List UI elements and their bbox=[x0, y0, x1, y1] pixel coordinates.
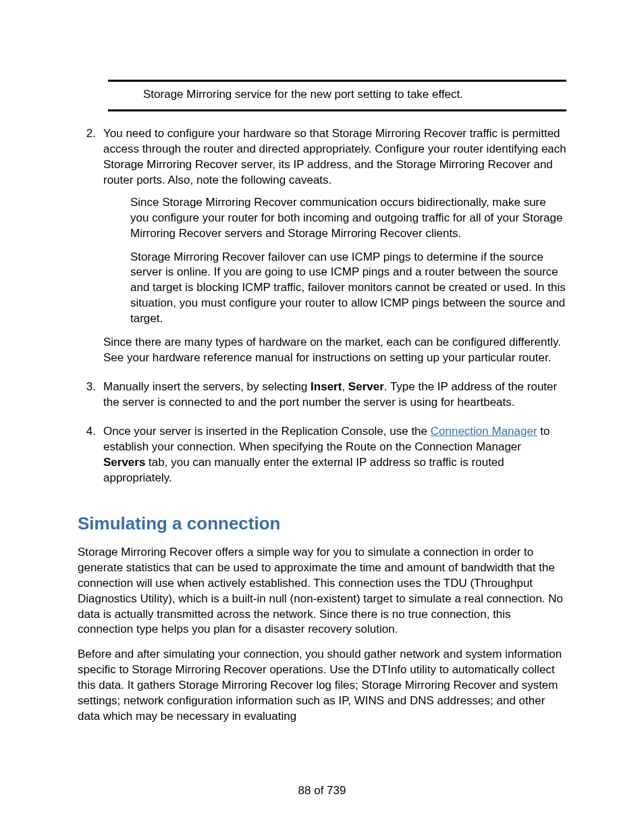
link-connection-manager[interactable]: Connection Manager bbox=[431, 425, 537, 438]
list-marker: 4. bbox=[78, 424, 103, 493]
list-body: Manually insert the servers, by selectin… bbox=[103, 380, 566, 417]
text-run: Once your server is inserted in the Repl… bbox=[103, 425, 431, 438]
bold-term-insert: Insert bbox=[311, 380, 342, 393]
list-marker: 3. bbox=[78, 380, 103, 417]
list-item-4: 4. Once your server is inserted in the R… bbox=[78, 424, 566, 493]
text-run: , bbox=[342, 380, 348, 393]
text-run: Manually insert the servers, by selectin… bbox=[103, 380, 311, 393]
page-content: Storage Mirroring service for the new po… bbox=[78, 0, 566, 725]
list-item-2: 2. You need to configure your hardware s… bbox=[78, 126, 566, 373]
section-heading-simulating: Simulating a connection bbox=[78, 512, 566, 536]
bold-term-servers: Servers bbox=[103, 456, 145, 469]
indented-block: Since Storage Mirroring Recover communic… bbox=[103, 195, 566, 328]
boxed-note-text: Storage Mirroring service for the new po… bbox=[143, 88, 463, 101]
text-run: tab, you can manually enter the external… bbox=[103, 456, 504, 484]
list-marker: 2. bbox=[78, 126, 103, 373]
list-body: You need to configure your hardware so t… bbox=[103, 126, 566, 373]
page-number: 88 of 739 bbox=[298, 784, 346, 797]
boxed-note: Storage Mirroring service for the new po… bbox=[108, 80, 566, 111]
body-paragraph: Storage Mirroring Recover offers a simpl… bbox=[78, 545, 566, 638]
document-page: Storage Mirroring service for the new po… bbox=[0, 0, 644, 834]
list-paragraph: Manually insert the servers, by selectin… bbox=[103, 380, 566, 411]
body-paragraph: Before and after simulating your connect… bbox=[78, 647, 566, 725]
list-paragraph: Once your server is inserted in the Repl… bbox=[103, 424, 566, 486]
sub-paragraph: Since Storage Mirroring Recover communic… bbox=[130, 195, 566, 242]
bold-term-server: Server bbox=[348, 380, 384, 393]
list-paragraph: You need to configure your hardware so t… bbox=[103, 126, 566, 188]
list-paragraph: Since there are many types of hardware o… bbox=[103, 335, 566, 366]
sub-paragraph: Storage Mirroring Recover failover can u… bbox=[130, 250, 566, 328]
list-body: Once your server is inserted in the Repl… bbox=[103, 424, 566, 493]
page-footer: 88 of 739 bbox=[0, 783, 644, 799]
list-item-3: 3. Manually insert the servers, by selec… bbox=[78, 380, 566, 417]
